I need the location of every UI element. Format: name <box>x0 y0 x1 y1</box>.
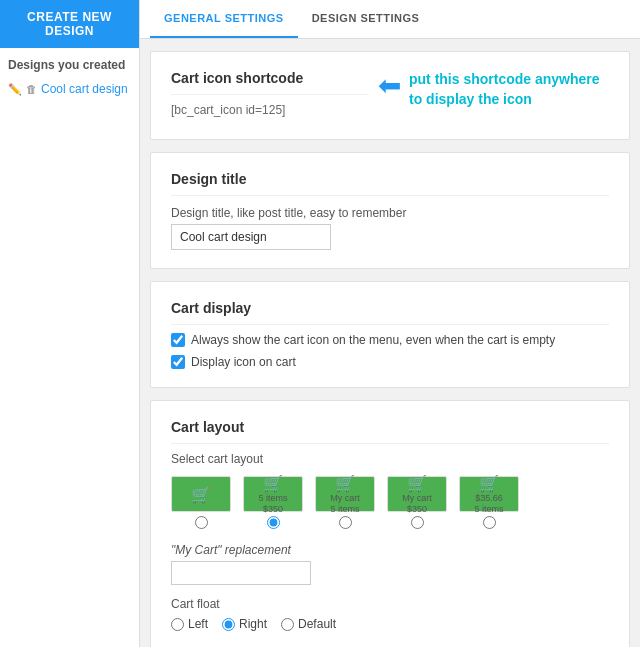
shortcode-title: Cart icon shortcode <box>171 70 368 95</box>
cart-option-5: 🛒 $35.665 items <box>459 476 519 529</box>
tabs-bar: GENERAL SETTINGS DESIGN SETTINGS <box>140 0 640 39</box>
cart-layout-options: 🛒 🛒 5 items$350 <box>171 476 609 529</box>
checkbox-always-show-label: Always show the cart icon on the menu, e… <box>191 333 555 347</box>
checkbox-display-on-cart[interactable]: Display icon on cart <box>171 355 609 369</box>
float-default-option[interactable]: Default <box>281 617 336 631</box>
sidebar: CREATE NEW DESIGN Designs you created ✏️… <box>0 0 140 647</box>
cart-radio-3[interactable] <box>339 516 352 529</box>
float-default-radio[interactable] <box>281 618 294 631</box>
my-cart-replacement-label: "My Cart" replacement <box>171 543 609 557</box>
edit-icon: ✏️ <box>8 83 22 96</box>
cart-float-label: Cart float <box>171 597 609 611</box>
cart-preview-2: 🛒 5 items$350 <box>243 476 303 512</box>
cart-text-2: 5 items$350 <box>258 493 287 515</box>
design-title-field-label: Design title, like post title, easy to r… <box>171 206 609 220</box>
cart-text-3: My cart5 items <box>330 493 360 515</box>
float-default-label: Default <box>298 617 336 631</box>
float-left-option[interactable]: Left <box>171 617 208 631</box>
delete-icon: 🗑 <box>26 83 37 95</box>
checkbox-always-show-input[interactable] <box>171 333 185 347</box>
cart-preview-1: 🛒 <box>171 476 231 512</box>
float-right-option[interactable]: Right <box>222 617 267 631</box>
cart-radio-4[interactable] <box>411 516 424 529</box>
select-layout-label: Select cart layout <box>171 452 609 466</box>
cart-option-2: 🛒 5 items$350 <box>243 476 303 529</box>
design-title-heading: Design title <box>171 171 609 196</box>
design-title-input[interactable] <box>171 224 331 250</box>
float-left-label: Left <box>188 617 208 631</box>
cart-option-4: 🛒 My cart$350 <box>387 476 447 529</box>
my-cart-replacement-input[interactable] <box>171 561 311 585</box>
cart-display-title: Cart display <box>171 300 609 325</box>
sidebar-item-cool-cart[interactable]: ✏️ 🗑 Cool cart design <box>0 78 139 100</box>
cart-option-3: 🛒 My cart5 items <box>315 476 375 529</box>
sidebar-item-label: Cool cart design <box>41 82 128 96</box>
tab-general-settings[interactable]: GENERAL SETTINGS <box>150 0 298 38</box>
cart-float-options: Left Right Default <box>171 617 609 631</box>
cart-preview-3: 🛒 My cart5 items <box>315 476 375 512</box>
main-content: GENERAL SETTINGS DESIGN SETTINGS Cart ic… <box>140 0 640 647</box>
cart-text-5: $35.665 items <box>474 493 503 515</box>
arrow-icon: ⬅ <box>378 72 401 100</box>
cart-option-1: 🛒 <box>171 476 231 529</box>
tab-design-settings[interactable]: DESIGN SETTINGS <box>298 0 434 38</box>
cart-radio-5[interactable] <box>483 516 496 529</box>
shortcode-value: [bc_cart_icon id=125] <box>171 103 368 117</box>
cart-icon-4: 🛒 <box>407 474 427 493</box>
shortcode-hint: put this shortcode anywhere to display t… <box>409 70 609 109</box>
checkbox-display-on-cart-label: Display icon on cart <box>191 355 296 369</box>
float-right-label: Right <box>239 617 267 631</box>
cart-icon-5: 🛒 <box>479 474 499 493</box>
cart-layout-section: Cart layout Select cart layout 🛒 🛒 5 ite… <box>150 400 630 647</box>
cart-preview-4: 🛒 My cart$350 <box>387 476 447 512</box>
cart-icon-2: 🛒 <box>263 474 283 493</box>
sidebar-section-title: Designs you created <box>0 48 139 78</box>
cart-icon-1: 🛒 <box>191 485 211 504</box>
cart-layout-title: Cart layout <box>171 419 609 444</box>
float-left-radio[interactable] <box>171 618 184 631</box>
checkbox-always-show[interactable]: Always show the cart icon on the menu, e… <box>171 333 609 347</box>
shortcode-section: Cart icon shortcode [bc_cart_icon id=125… <box>150 51 630 140</box>
float-right-radio[interactable] <box>222 618 235 631</box>
cart-text-4: My cart$350 <box>402 493 432 515</box>
create-new-design-button[interactable]: CREATE NEW DESIGN <box>0 0 139 48</box>
checkbox-display-on-cart-input[interactable] <box>171 355 185 369</box>
cart-radio-2[interactable] <box>267 516 280 529</box>
cart-display-section: Cart display Always show the cart icon o… <box>150 281 630 388</box>
cart-preview-5: 🛒 $35.665 items <box>459 476 519 512</box>
cart-radio-1[interactable] <box>195 516 208 529</box>
cart-icon-3: 🛒 <box>335 474 355 493</box>
design-title-section: Design title Design title, like post tit… <box>150 152 630 269</box>
